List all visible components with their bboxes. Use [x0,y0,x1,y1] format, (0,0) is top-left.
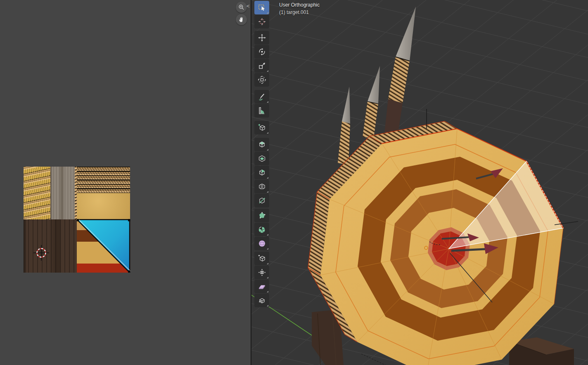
sidebar-collapse-chevron[interactable]: < [247,3,250,9]
add-cube-icon [258,123,266,132]
tool-smooth-button[interactable] [254,237,269,250]
uv-vertex-handle[interactable] [77,219,79,221]
tool-measure-button[interactable] [254,104,269,118]
pan-hand-icon [238,16,245,23]
loop-cut-icon [258,182,266,191]
viewport-canvas[interactable] [251,0,588,365]
inset-faces-icon [258,154,266,163]
pan-button[interactable] [236,14,247,25]
tool-scale-button[interactable] [254,59,269,73]
uv-image-editor[interactable]: < [0,0,251,365]
tool-extrude-region-button[interactable] [254,138,269,151]
tool-inset-faces-button[interactable] [254,152,269,165]
tool-edge-slide-button[interactable] [254,252,269,265]
bevel-icon [258,168,266,177]
tool-rip-region-button[interactable] [254,294,269,307]
horizontal-rope-rows-region [77,167,130,193]
cursor-icon [258,17,266,26]
uv-vertex-handle[interactable] [128,219,130,221]
scale-icon [258,61,266,70]
blender-window: < [0,0,588,365]
knife-icon [258,196,266,205]
viewport-3d[interactable]: User Orthographic (1) target.001 [251,0,588,365]
extrude-region-icon [258,140,266,149]
tool-poly-build-button[interactable] [254,209,269,222]
tool-bevel-button[interactable] [254,166,269,179]
texture-quadrant-ropes-fabric [77,167,130,219]
viewport-toolbar [254,1,269,308]
move-icon [258,33,266,42]
tool-loop-cut-button[interactable] [254,180,269,193]
spin-icon [258,225,266,234]
annotate-pen-icon [258,92,266,101]
tool-spin-button[interactable] [254,223,269,236]
shrink-fatten-icon [258,268,266,277]
measure-ruler-icon [258,106,266,115]
uv-2d-cursor [32,244,50,262]
shear-icon [258,282,266,291]
texture-atlas-image[interactable] [24,167,130,273]
uv-vertex-handle[interactable] [128,271,130,273]
tool-move-button[interactable] [254,31,269,45]
gray-wood-plank-region [50,167,75,219]
tool-shrink-fatten-button[interactable] [254,266,269,279]
transform-icon [258,75,266,84]
tool-annotate-button[interactable] [254,90,269,104]
edge-slide-icon [258,254,266,263]
rip-region-icon [258,296,266,305]
zoom-in-icon [238,4,245,11]
tool-shear-button[interactable] [254,280,269,293]
tan-fabric-region [77,193,130,219]
texture-quadrant-fabric-wood [24,167,77,219]
tool-select-box-button[interactable] [254,1,269,14]
tool-add-cube-button[interactable] [254,121,269,134]
smooth-sphere-icon [258,239,266,248]
tool-knife-button[interactable] [254,194,269,207]
zoom-in-button[interactable] [236,2,247,13]
select-box-icon [258,3,266,12]
tool-transform-button[interactable] [254,73,269,87]
rotate-icon [258,47,266,56]
poly-build-icon [258,211,266,220]
tool-rotate-button[interactable] [254,45,269,59]
yellow-fabric-ropes-region [24,167,50,219]
tool-cursor-button[interactable] [254,15,269,28]
uv-face-selection[interactable] [77,219,131,273]
